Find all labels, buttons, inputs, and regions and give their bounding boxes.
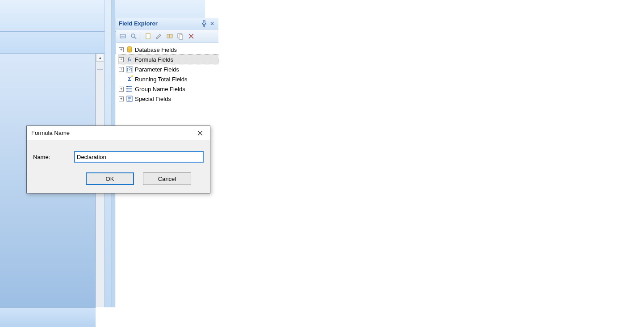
- pin-icon[interactable]: [201, 20, 208, 27]
- edit-button[interactable]: [154, 31, 164, 41]
- tree-item-parameter[interactable]: +(?)Parameter Fields: [118, 64, 218, 74]
- panel-title: Field Explorer: [119, 20, 200, 27]
- svg-rect-6: [179, 35, 183, 39]
- tree-item-group-name[interactable]: +Group Name Fields: [118, 84, 218, 94]
- dialog-body: Name: OK Cancel: [27, 140, 210, 190]
- panel-toolbar: [116, 29, 218, 43]
- fx-icon: fx: [125, 56, 134, 63]
- svg-rect-8: [126, 86, 128, 87]
- toolbar-separator: [141, 32, 141, 41]
- expand-toggle[interactable]: +: [119, 57, 124, 62]
- insert-field-button[interactable]: [118, 31, 128, 41]
- tree-item-running-total[interactable]: Σ✶Running Total Fields: [118, 74, 218, 84]
- tree-item-database[interactable]: +Database Fields: [118, 45, 218, 54]
- tree-item-label: Group Name Fields: [135, 86, 185, 92]
- dialog-title: Formula Name: [31, 130, 190, 136]
- ok-button[interactable]: OK: [86, 172, 134, 185]
- duplicate-button[interactable]: [176, 31, 185, 41]
- browse-data-button[interactable]: [129, 31, 138, 41]
- close-icon[interactable]: ✕: [209, 20, 216, 27]
- svg-point-1: [131, 34, 135, 38]
- expand-toggle: [119, 77, 124, 82]
- tree-item-label: Formula Fields: [135, 56, 173, 63]
- rename-button[interactable]: [165, 31, 175, 41]
- tree-item-special[interactable]: +Special Fields: [118, 94, 218, 104]
- special-icon: [125, 95, 134, 102]
- dialog-close-button[interactable]: [190, 126, 210, 140]
- tree-item-label: Database Fields: [135, 46, 177, 53]
- tree-item-label: Parameter Fields: [135, 66, 179, 73]
- name-label: Name:: [33, 154, 74, 160]
- delete-button[interactable]: [186, 31, 196, 41]
- design-footer: [0, 307, 96, 327]
- tree-item-label: Special Fields: [135, 96, 171, 102]
- formula-name-dialog: Formula Name Name: OK Cancel: [26, 126, 210, 193]
- group-name-icon: [125, 85, 134, 92]
- parameter-icon: (?): [125, 66, 134, 73]
- panel-titlebar: Field Explorer ✕: [116, 18, 218, 29]
- expand-toggle[interactable]: +: [119, 87, 124, 92]
- svg-rect-9: [126, 88, 128, 89]
- scroll-up-button[interactable]: ▴: [96, 54, 104, 62]
- tree-item-fx[interactable]: +fxFormula Fields: [118, 54, 218, 64]
- svg-rect-3: [167, 34, 170, 38]
- svg-rect-2: [146, 34, 150, 39]
- scroll-thumb[interactable]: [97, 69, 103, 70]
- tree-item-label: Running Total Fields: [135, 76, 188, 83]
- dialog-titlebar: Formula Name: [27, 126, 210, 140]
- field-tree: +Database Fields+fxFormula Fields+(?)Par…: [116, 43, 218, 104]
- cancel-button[interactable]: Cancel: [143, 172, 191, 185]
- expand-toggle[interactable]: +: [119, 96, 124, 101]
- svg-rect-4: [170, 34, 172, 38]
- database-icon: [125, 46, 134, 53]
- running-total-icon: Σ✶: [125, 75, 134, 83]
- svg-rect-10: [126, 91, 128, 92]
- name-input[interactable]: [74, 151, 204, 163]
- expand-toggle[interactable]: +: [119, 47, 124, 52]
- new-button[interactable]: [143, 31, 153, 41]
- expand-toggle[interactable]: +: [119, 67, 124, 72]
